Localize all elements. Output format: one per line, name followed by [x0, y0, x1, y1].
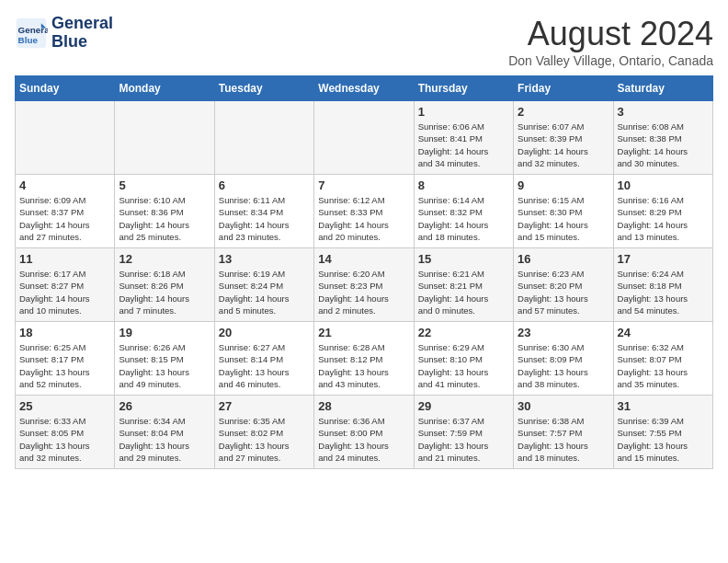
header-cell-tuesday: Tuesday — [214, 76, 313, 101]
logo-line2: Blue — [51, 33, 113, 52]
calendar-cell: 1Sunrise: 6:06 AM Sunset: 8:41 PM Daylig… — [414, 101, 513, 175]
calendar-cell: 14Sunrise: 6:20 AM Sunset: 8:23 PM Dayli… — [314, 248, 414, 322]
day-number: 2 — [518, 105, 609, 119]
day-info: Sunrise: 6:16 AM Sunset: 8:29 PM Dayligh… — [618, 194, 709, 243]
header-row: SundayMondayTuesdayWednesdayThursdayFrid… — [16, 76, 713, 101]
day-info: Sunrise: 6:38 AM Sunset: 7:57 PM Dayligh… — [518, 415, 609, 464]
calendar-cell: 26Sunrise: 6:34 AM Sunset: 8:04 PM Dayli… — [115, 396, 214, 469]
calendar-cell: 23Sunrise: 6:30 AM Sunset: 8:09 PM Dayli… — [514, 322, 613, 396]
calendar-header: SundayMondayTuesdayWednesdayThursdayFrid… — [16, 76, 713, 101]
logo-line1: General — [51, 15, 113, 33]
header-cell-monday: Monday — [115, 76, 214, 101]
day-number: 29 — [418, 399, 509, 413]
calendar-week-4: 18Sunrise: 6:25 AM Sunset: 8:17 PM Dayli… — [16, 322, 713, 396]
day-info: Sunrise: 6:19 AM Sunset: 8:24 PM Dayligh… — [219, 268, 310, 316]
calendar-cell: 11Sunrise: 6:17 AM Sunset: 8:27 PM Dayli… — [16, 248, 115, 322]
day-number: 8 — [418, 178, 509, 192]
day-info: Sunrise: 6:28 AM Sunset: 8:12 PM Dayligh… — [318, 341, 409, 390]
calendar-cell: 30Sunrise: 6:38 AM Sunset: 7:57 PM Dayli… — [514, 396, 613, 469]
day-number: 22 — [418, 326, 509, 339]
header-cell-thursday: Thursday — [414, 76, 513, 101]
day-number: 27 — [219, 399, 310, 413]
calendar-cell: 24Sunrise: 6:32 AM Sunset: 8:07 PM Dayli… — [613, 322, 712, 396]
calendar-cell: 13Sunrise: 6:19 AM Sunset: 8:24 PM Dayli… — [214, 248, 313, 322]
calendar-cell: 10Sunrise: 6:16 AM Sunset: 8:29 PM Dayli… — [613, 175, 712, 248]
day-info: Sunrise: 6:33 AM Sunset: 8:05 PM Dayligh… — [19, 415, 110, 464]
day-info: Sunrise: 6:29 AM Sunset: 8:10 PM Dayligh… — [418, 341, 509, 390]
day-info: Sunrise: 6:20 AM Sunset: 8:23 PM Dayligh… — [318, 268, 409, 316]
calendar-cell: 20Sunrise: 6:27 AM Sunset: 8:14 PM Dayli… — [214, 322, 313, 396]
day-number: 11 — [19, 252, 110, 266]
calendar-cell: 4Sunrise: 6:09 AM Sunset: 8:37 PM Daylig… — [16, 175, 115, 248]
day-info: Sunrise: 6:08 AM Sunset: 8:38 PM Dayligh… — [618, 121, 709, 169]
day-number: 4 — [19, 178, 110, 192]
day-info: Sunrise: 6:37 AM Sunset: 7:59 PM Dayligh… — [418, 415, 509, 464]
calendar-cell: 5Sunrise: 6:10 AM Sunset: 8:36 PM Daylig… — [115, 175, 214, 248]
day-number: 7 — [318, 178, 409, 192]
day-info: Sunrise: 6:34 AM Sunset: 8:04 PM Dayligh… — [119, 415, 210, 464]
day-number: 13 — [219, 252, 310, 266]
day-number: 28 — [318, 399, 409, 413]
title-area: August 2024 Don Valley Village, Ontario,… — [508, 15, 713, 68]
day-info: Sunrise: 6:15 AM Sunset: 8:30 PM Dayligh… — [518, 194, 609, 243]
day-number: 12 — [119, 252, 210, 266]
calendar-week-5: 25Sunrise: 6:33 AM Sunset: 8:05 PM Dayli… — [16, 396, 713, 469]
month-title: August 2024 — [508, 15, 713, 53]
day-info: Sunrise: 6:25 AM Sunset: 8:17 PM Dayligh… — [19, 341, 110, 390]
calendar-cell: 29Sunrise: 6:37 AM Sunset: 7:59 PM Dayli… — [414, 396, 513, 469]
day-number: 6 — [219, 178, 310, 192]
day-number: 30 — [518, 399, 609, 413]
calendar-week-2: 4Sunrise: 6:09 AM Sunset: 8:37 PM Daylig… — [16, 175, 713, 248]
day-number: 10 — [618, 178, 709, 192]
day-number: 20 — [219, 326, 310, 339]
day-info: Sunrise: 6:11 AM Sunset: 8:34 PM Dayligh… — [219, 194, 310, 243]
calendar-cell: 22Sunrise: 6:29 AM Sunset: 8:10 PM Dayli… — [414, 322, 513, 396]
day-info: Sunrise: 6:09 AM Sunset: 8:37 PM Dayligh… — [19, 194, 110, 243]
calendar-cell: 7Sunrise: 6:12 AM Sunset: 8:33 PM Daylig… — [314, 175, 414, 248]
day-number: 17 — [618, 252, 709, 266]
calendar-cell: 3Sunrise: 6:08 AM Sunset: 8:38 PM Daylig… — [613, 101, 712, 175]
calendar-cell: 17Sunrise: 6:24 AM Sunset: 8:18 PM Dayli… — [613, 248, 712, 322]
day-info: Sunrise: 6:06 AM Sunset: 8:41 PM Dayligh… — [418, 121, 509, 169]
calendar-cell: 16Sunrise: 6:23 AM Sunset: 8:20 PM Dayli… — [514, 248, 613, 322]
day-number: 31 — [618, 399, 709, 413]
calendar-cell: 19Sunrise: 6:26 AM Sunset: 8:15 PM Dayli… — [115, 322, 214, 396]
calendar-cell — [314, 101, 414, 175]
calendar-cell: 21Sunrise: 6:28 AM Sunset: 8:12 PM Dayli… — [314, 322, 414, 396]
day-info: Sunrise: 6:07 AM Sunset: 8:39 PM Dayligh… — [518, 121, 609, 169]
day-info: Sunrise: 6:32 AM Sunset: 8:07 PM Dayligh… — [618, 341, 709, 390]
day-info: Sunrise: 6:35 AM Sunset: 8:02 PM Dayligh… — [219, 415, 310, 464]
calendar-cell: 15Sunrise: 6:21 AM Sunset: 8:21 PM Dayli… — [414, 248, 513, 322]
day-info: Sunrise: 6:12 AM Sunset: 8:33 PM Dayligh… — [318, 194, 409, 243]
calendar-body: 1Sunrise: 6:06 AM Sunset: 8:41 PM Daylig… — [16, 101, 713, 469]
header-cell-saturday: Saturday — [613, 76, 712, 101]
day-info: Sunrise: 6:18 AM Sunset: 8:26 PM Dayligh… — [119, 268, 210, 316]
logo: General Blue General Blue — [15, 15, 113, 52]
location: Don Valley Village, Ontario, Canada — [508, 53, 713, 68]
calendar-cell: 31Sunrise: 6:39 AM Sunset: 7:55 PM Dayli… — [613, 396, 712, 469]
day-info: Sunrise: 6:24 AM Sunset: 8:18 PM Dayligh… — [618, 268, 709, 316]
header-cell-wednesday: Wednesday — [314, 76, 414, 101]
day-info: Sunrise: 6:26 AM Sunset: 8:15 PM Dayligh… — [119, 341, 210, 390]
day-number: 19 — [119, 326, 210, 339]
calendar-cell: 18Sunrise: 6:25 AM Sunset: 8:17 PM Dayli… — [16, 322, 115, 396]
calendar-cell: 6Sunrise: 6:11 AM Sunset: 8:34 PM Daylig… — [214, 175, 313, 248]
day-number: 1 — [418, 105, 509, 119]
day-number: 9 — [518, 178, 609, 192]
calendar-cell: 12Sunrise: 6:18 AM Sunset: 8:26 PM Dayli… — [115, 248, 214, 322]
day-info: Sunrise: 6:10 AM Sunset: 8:36 PM Dayligh… — [119, 194, 210, 243]
day-info: Sunrise: 6:21 AM Sunset: 8:21 PM Dayligh… — [418, 268, 509, 316]
day-info: Sunrise: 6:30 AM Sunset: 8:09 PM Dayligh… — [518, 341, 609, 390]
logo-icon: General Blue — [15, 17, 48, 50]
calendar-table: SundayMondayTuesdayWednesdayThursdayFrid… — [15, 75, 713, 469]
calendar-cell: 25Sunrise: 6:33 AM Sunset: 8:05 PM Dayli… — [16, 396, 115, 469]
day-info: Sunrise: 6:27 AM Sunset: 8:14 PM Dayligh… — [219, 341, 310, 390]
calendar-cell: 28Sunrise: 6:36 AM Sunset: 8:00 PM Dayli… — [314, 396, 414, 469]
header-cell-sunday: Sunday — [16, 76, 115, 101]
day-number: 5 — [119, 178, 210, 192]
day-number: 15 — [418, 252, 509, 266]
day-number: 18 — [19, 326, 110, 339]
calendar-cell — [214, 101, 313, 175]
day-number: 21 — [318, 326, 409, 339]
calendar-cell: 2Sunrise: 6:07 AM Sunset: 8:39 PM Daylig… — [514, 101, 613, 175]
